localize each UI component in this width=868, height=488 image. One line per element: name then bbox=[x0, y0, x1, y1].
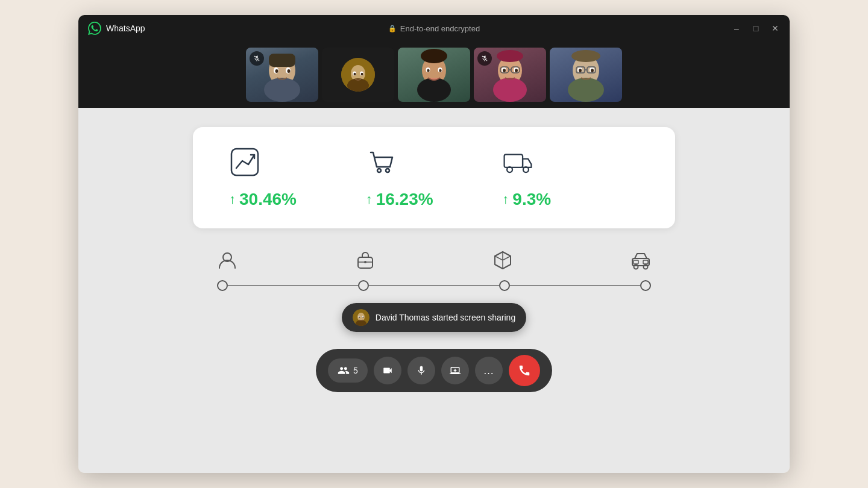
david-thomas-avatar-icon bbox=[341, 58, 375, 92]
svg-rect-44 bbox=[505, 154, 523, 167]
end-call-button[interactable] bbox=[509, 355, 540, 386]
mic-muted-icon-2 bbox=[481, 55, 488, 62]
timeline-dot-2 bbox=[358, 280, 369, 291]
person4-face-icon bbox=[486, 48, 534, 102]
participant-2-avatar bbox=[341, 58, 375, 92]
encryption-label: End-to-end endcrypted bbox=[400, 24, 480, 33]
chart-icon bbox=[229, 146, 260, 180]
timeline-section bbox=[193, 250, 675, 291]
person1-face-icon bbox=[258, 48, 306, 102]
screen-share-icon bbox=[450, 365, 461, 376]
metric-item-1: ↑ 30.46% bbox=[229, 146, 366, 209]
participants-button[interactable]: 5 bbox=[328, 358, 368, 383]
camera-button[interactable] bbox=[374, 357, 401, 384]
svg-point-36 bbox=[579, 69, 582, 72]
person5-face-icon bbox=[562, 48, 610, 102]
metric-value-3: ↑ 9.3% bbox=[502, 190, 551, 209]
metric-value-1: ↑ 30.46% bbox=[229, 190, 297, 209]
arrow-up-icon-1: ↑ bbox=[229, 192, 236, 207]
svg-point-49 bbox=[364, 261, 366, 263]
screen-share-message: David Thomas started screen sharing bbox=[376, 313, 515, 322]
timeline-dot-4 bbox=[640, 280, 651, 291]
timeline-person-icon bbox=[217, 250, 237, 271]
whatsapp-logo-icon bbox=[88, 22, 101, 35]
screen-share-button[interactable] bbox=[441, 357, 469, 384]
arrow-up-icon-3: ↑ bbox=[502, 192, 509, 207]
timeline-line-2 bbox=[369, 285, 499, 286]
camera-icon bbox=[382, 365, 393, 376]
app-window: WhatsApp 🔒 End-to-end endcrypted – □ ✕ bbox=[78, 15, 790, 473]
more-options-button[interactable]: … bbox=[475, 357, 503, 384]
minimize-button[interactable]: – bbox=[732, 23, 741, 33]
timeline-dot-1 bbox=[217, 280, 228, 291]
title-bar-left: WhatsApp bbox=[88, 22, 145, 35]
toast-avatar bbox=[353, 309, 370, 326]
metric-item-2: ↑ 16.23% bbox=[366, 146, 503, 209]
maximize-button[interactable]: □ bbox=[751, 23, 761, 33]
svg-point-60 bbox=[359, 316, 360, 318]
participants-count: 5 bbox=[353, 366, 358, 375]
bottom-controls-area: David Thomas started screen sharing 5 bbox=[316, 303, 552, 392]
timeline-line-1 bbox=[228, 285, 358, 286]
truck-icon bbox=[502, 146, 533, 180]
timeline-track bbox=[217, 280, 651, 291]
microphone-button[interactable] bbox=[407, 357, 435, 384]
timeline-icons-row bbox=[217, 250, 651, 271]
call-controls-bar: 5 bbox=[316, 349, 552, 392]
svg-point-37 bbox=[591, 69, 594, 72]
stats-card: ↑ 30.46% ↑ 16.23% bbox=[193, 127, 675, 228]
person3-face-icon bbox=[410, 48, 458, 102]
arrow-up-icon-2: ↑ bbox=[366, 192, 373, 207]
svg-rect-2 bbox=[269, 54, 295, 67]
title-bar: WhatsApp 🔒 End-to-end endcrypted – □ ✕ bbox=[78, 15, 790, 42]
svg-point-6 bbox=[288, 69, 291, 73]
timeline-line-3 bbox=[510, 285, 640, 286]
participant-video-1[interactable] bbox=[246, 48, 318, 102]
svg-point-42 bbox=[377, 169, 381, 172]
svg-point-16 bbox=[421, 49, 447, 63]
svg-point-20 bbox=[439, 69, 441, 72]
svg-point-15 bbox=[417, 78, 451, 102]
svg-point-27 bbox=[515, 69, 518, 72]
svg-rect-53 bbox=[634, 260, 638, 264]
participant-1-mute-badge bbox=[250, 51, 264, 66]
microphone-icon bbox=[416, 365, 427, 376]
participant-video-3[interactable] bbox=[398, 48, 470, 102]
svg-point-26 bbox=[503, 69, 506, 72]
screen-share-area: ↑ 30.46% ↑ 16.23% bbox=[78, 108, 790, 473]
svg-rect-54 bbox=[643, 260, 648, 264]
participants-icon bbox=[338, 364, 350, 377]
metric-value-2: ↑ 16.23% bbox=[366, 190, 433, 209]
cart-icon bbox=[366, 146, 397, 180]
window-controls: – □ ✕ bbox=[732, 23, 780, 33]
svg-point-13 bbox=[361, 73, 363, 75]
svg-point-22 bbox=[493, 78, 527, 102]
timeline-box-icon bbox=[492, 250, 513, 271]
screen-share-notification: David Thomas started screen sharing bbox=[342, 303, 526, 332]
timeline-car-icon bbox=[631, 250, 651, 271]
toast-avatar-icon bbox=[353, 309, 370, 326]
participant-4-mute-badge bbox=[477, 51, 492, 66]
end-call-icon bbox=[518, 364, 531, 377]
svg-point-19 bbox=[427, 69, 429, 72]
svg-point-32 bbox=[568, 78, 604, 102]
svg-point-43 bbox=[386, 169, 389, 172]
more-options-icon: … bbox=[483, 364, 494, 377]
close-button[interactable]: ✕ bbox=[770, 23, 780, 33]
svg-point-12 bbox=[354, 73, 356, 75]
encryption-indicator: 🔒 End-to-end endcrypted bbox=[388, 24, 480, 33]
svg-point-33 bbox=[571, 50, 600, 62]
svg-point-1 bbox=[264, 78, 300, 102]
participant-video-5[interactable] bbox=[550, 48, 622, 102]
lock-icon: 🔒 bbox=[388, 25, 397, 33]
video-strip bbox=[78, 42, 790, 108]
svg-point-5 bbox=[275, 69, 278, 73]
participant-video-2[interactable] bbox=[322, 48, 394, 102]
mic-muted-icon bbox=[253, 55, 260, 62]
metric-item-3: ↑ 9.3% bbox=[502, 146, 639, 209]
participant-video-4[interactable] bbox=[474, 48, 546, 102]
svg-point-23 bbox=[497, 50, 523, 62]
svg-point-61 bbox=[362, 316, 363, 318]
app-title: WhatsApp bbox=[106, 23, 145, 33]
timeline-bag-icon bbox=[355, 250, 376, 271]
